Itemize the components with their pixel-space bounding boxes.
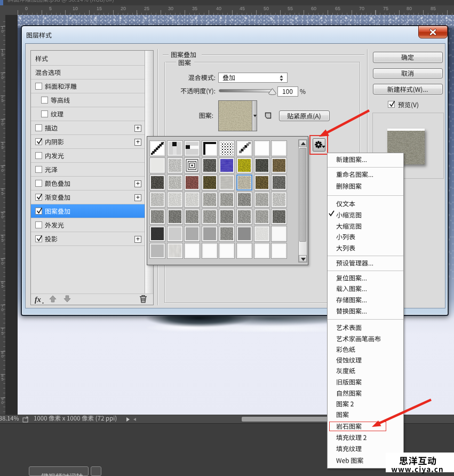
svg-text:fx: fx <box>35 296 41 304</box>
